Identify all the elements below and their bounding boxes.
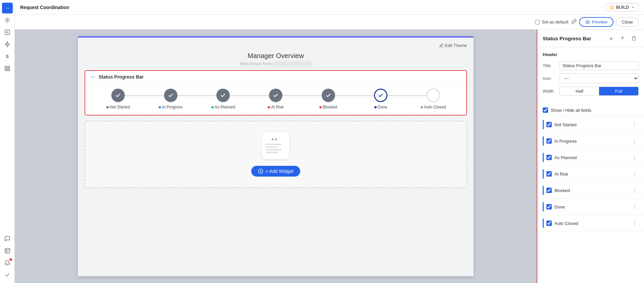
step-not-started: Not Started (105, 89, 131, 109)
field-checkbox-auto-closed[interactable] (546, 221, 552, 226)
field-name-at-risk: At Risk (554, 172, 628, 177)
field-at-risk: At Risk ⋮ (537, 166, 644, 182)
field-more-not-started[interactable]: ⋮ (631, 121, 639, 129)
sidebar-item-dashboard[interactable] (2, 245, 13, 256)
step-circle-blocked (322, 89, 335, 102)
sidebar-item-arrow[interactable]: → (2, 3, 13, 13)
field-in-progress: In Progress ⋮ (537, 133, 644, 149)
field-name-auto-closed: Auto Closed (554, 221, 628, 226)
step-circle-auto-closed (427, 89, 440, 102)
set-default-label[interactable]: Set as default (535, 19, 569, 25)
step-circle-done (374, 89, 387, 102)
widget-header: ↔· Status Progress Bar (85, 71, 466, 83)
move-down-button[interactable] (606, 34, 616, 43)
icon-label: Icon (543, 76, 556, 81)
field-auto-closed: Auto Closed ⋮ (537, 215, 644, 232)
field-checkbox-blocked[interactable] (546, 188, 552, 193)
field-left-bar-in-progress (543, 136, 544, 146)
svg-rect-8 (5, 69, 7, 71)
sidebar-item-chat[interactable] (2, 233, 13, 244)
field-left-bar-blocked (543, 186, 544, 195)
field-more-in-progress[interactable]: ⋮ (631, 137, 639, 145)
show-hide-label: Show / Hide all fields (551, 108, 591, 113)
field-more-done[interactable]: ⋮ (631, 203, 639, 211)
build-button[interactable]: BUILD (606, 3, 639, 11)
field-checkbox-not-started[interactable] (546, 122, 552, 127)
field-more-auto-closed[interactable]: ⋮ (631, 220, 639, 227)
icon-form-row: Icon ↔· (543, 74, 639, 83)
panel-header: Status Progress Bar (537, 30, 644, 47)
page-title: Manager Overview (78, 52, 474, 60)
width-toggle: Half Full (559, 87, 639, 96)
sidebar-item-layers[interactable] (2, 15, 13, 26)
sidebar-item-add[interactable] (2, 27, 13, 38)
widget-section: ↔· Status Progress Bar (85, 70, 467, 115)
illus-lines (266, 144, 286, 153)
panel-header-actions (606, 34, 639, 43)
sidebar-item-s[interactable]: S (2, 51, 13, 62)
page-header: Edit Theme (78, 38, 474, 51)
illus-icon-row (272, 138, 280, 140)
icon-select[interactable]: ↔· (559, 74, 639, 83)
sidebar-item-check[interactable] (2, 270, 13, 280)
title-input[interactable] (559, 61, 639, 70)
canvas-area: Edit Theme Manager Overview New Email fr… (15, 30, 537, 283)
email-blurred: user@example.com (272, 61, 311, 66)
empty-widget-area: + Add Widget (85, 121, 467, 188)
svg-rect-9 (5, 248, 10, 253)
field-blocked: Blocked ⋮ (537, 182, 644, 199)
content-wrapper: Edit Theme Manager Overview New Email fr… (15, 30, 644, 283)
top-bar: Request Coordination BUILD (15, 0, 644, 15)
status-steps: Not Started (92, 89, 460, 109)
field-more-blocked[interactable]: ⋮ (631, 187, 639, 194)
move-up-button[interactable] (618, 34, 627, 43)
show-hide-all-checkbox[interactable] (543, 107, 548, 113)
step-circle-in-progress (164, 89, 177, 102)
field-checkbox-as-planned[interactable] (546, 155, 552, 160)
preview-button[interactable]: Preview (579, 17, 613, 27)
field-name-not-started: Not Started (554, 122, 628, 127)
set-default-checkbox[interactable] (535, 20, 540, 25)
field-checkbox-at-risk[interactable] (546, 171, 552, 177)
field-left-bar-as-planned (543, 153, 544, 162)
panel-header-section: Header Title Icon ↔· Width Half Full (537, 47, 644, 104)
step-circle-as-planned (216, 89, 230, 102)
show-hide-row: Show / Hide all fields (537, 104, 644, 116)
step-label-auto-closed: Auto Closed (421, 105, 446, 109)
field-left-bar-not-started (543, 120, 544, 129)
empty-illustration (262, 132, 289, 159)
app-title: Request Coordination (20, 5, 69, 10)
field-more-as-planned[interactable]: ⋮ (631, 154, 639, 161)
progress-bar-content: Not Started (85, 83, 466, 115)
close-button[interactable]: Close (616, 17, 639, 27)
step-done: Done (367, 89, 394, 109)
main-area: Request Coordination BUILD Set as defaul… (15, 0, 644, 283)
field-as-planned: As Planned ⋮ (537, 149, 644, 166)
svg-rect-7 (8, 69, 9, 71)
sidebar-item-lightning[interactable] (2, 39, 13, 50)
add-widget-button[interactable]: + Add Widget (251, 166, 300, 177)
step-blocked: Blocked (315, 89, 342, 109)
link-icon-button[interactable] (571, 19, 577, 26)
field-not-started: Not Started ⋮ (537, 116, 644, 133)
width-full-button[interactable]: Full (599, 87, 638, 95)
step-circle-not-started (111, 89, 125, 102)
sidebar-item-grid[interactable] (2, 63, 13, 74)
edit-theme-button[interactable]: Edit Theme (439, 43, 467, 48)
delete-button[interactable] (629, 34, 639, 43)
field-more-at-risk[interactable]: ⋮ (631, 170, 639, 178)
field-checkbox-in-progress[interactable] (546, 138, 552, 144)
width-half-button[interactable]: Half (560, 87, 599, 95)
field-checkbox-done[interactable] (546, 204, 552, 209)
title-form-row: Title (543, 61, 639, 70)
page-container: Edit Theme Manager Overview New Email fr… (78, 36, 474, 276)
page-subtitle: New Email from user@example.com (78, 61, 474, 66)
svg-point-13 (587, 21, 588, 23)
step-label-done: Done (374, 105, 387, 109)
field-left-bar-auto-closed (543, 219, 544, 228)
page-title-area: Manager Overview New Email from user@exa… (78, 51, 474, 70)
sidebar-item-notifications[interactable] (2, 257, 13, 268)
field-name-blocked: Blocked (554, 188, 628, 193)
title-label: Title (543, 63, 556, 68)
width-label: Width (543, 89, 556, 94)
